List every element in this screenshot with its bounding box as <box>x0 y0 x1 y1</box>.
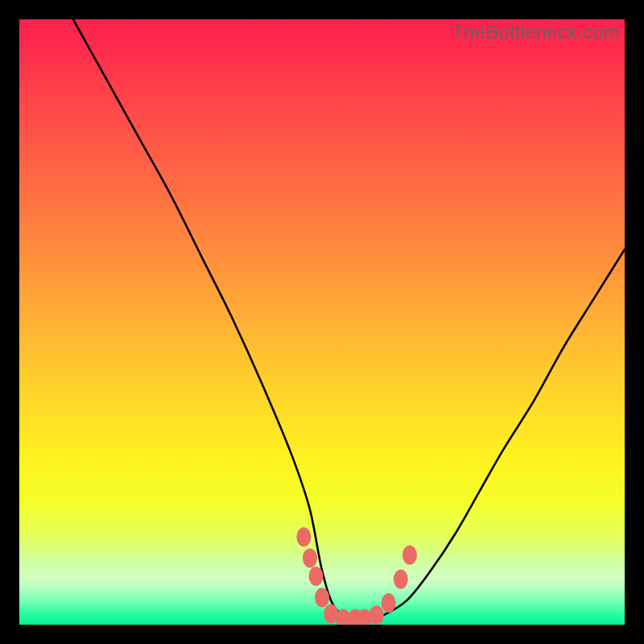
curve-marker <box>402 546 417 565</box>
curve-marker <box>303 548 317 568</box>
curve-marker <box>382 593 396 613</box>
bottleneck-curve-svg <box>19 19 625 625</box>
chart-frame: TheBottleneck.com <box>0 0 644 644</box>
watermark-text: TheBottleneck.com <box>452 21 620 43</box>
curve-markers <box>296 527 417 625</box>
bottleneck-curve-path <box>19 19 625 621</box>
curve-marker <box>369 605 384 625</box>
curve-marker <box>296 527 311 547</box>
curve-marker <box>315 588 329 607</box>
curve-marker <box>394 570 408 589</box>
curve-marker <box>309 567 324 586</box>
